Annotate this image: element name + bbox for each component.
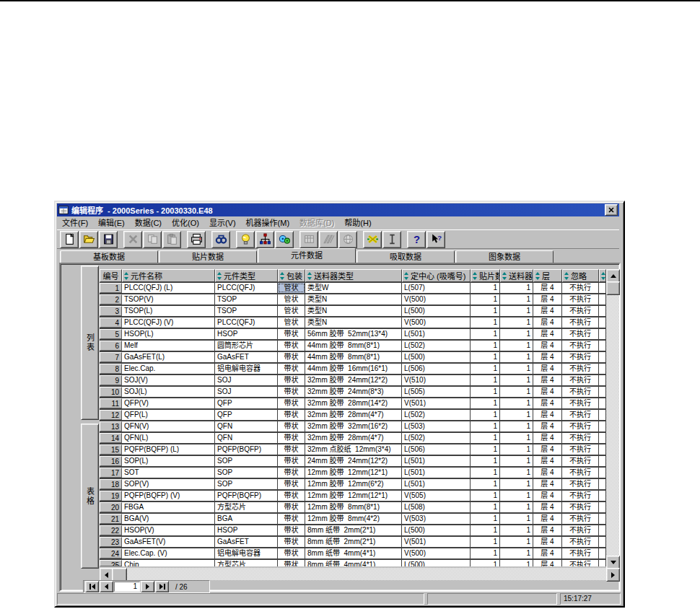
table-cell[interactable]: 不执行 (562, 294, 599, 304)
table-cell[interactable]: 12mm 胶带 12mm(12*1) (305, 468, 402, 478)
table-cell[interactable]: QFN(V) (122, 421, 215, 431)
table-cell[interactable]: 带状 (278, 375, 305, 385)
save-button[interactable] (99, 231, 118, 248)
table-cell[interactable]: L(502) (402, 433, 471, 443)
table-cell[interactable]: 类型N (305, 306, 402, 316)
table-cell[interactable]: 层 4 (533, 548, 562, 558)
row-number-cell[interactable]: 4 (100, 317, 122, 328)
table-cell[interactable]: SOJ (215, 387, 278, 397)
table-cell[interactable]: 1 (500, 387, 533, 397)
table-cell[interactable]: 1 (471, 387, 500, 397)
table-cell[interactable]: 管状 (278, 283, 305, 293)
table-cell[interactable]: 44mm 胶带 16mm(16*1) (305, 364, 402, 374)
table-cell[interactable]: 层 4 (533, 329, 562, 339)
table-cell[interactable] (599, 514, 606, 524)
table-cell[interactable]: 圆筒形芯片 (215, 341, 278, 351)
table-cell[interactable]: Melf (122, 341, 215, 351)
table-cell[interactable]: V(501) (402, 537, 471, 547)
table-cell[interactable]: L(500) (402, 560, 471, 566)
table-cell[interactable]: TSOP(L) (122, 306, 215, 316)
table-cell[interactable]: 1 (471, 375, 500, 385)
menu-item-1[interactable]: 编辑(E) (93, 217, 130, 229)
column-header-3[interactable]: 包装 (278, 269, 305, 282)
table-cell[interactable]: 12mm 胶带 12mm(6*2) (305, 479, 402, 489)
table-cell[interactable]: 1 (471, 525, 500, 535)
table-cell[interactable]: 层 4 (533, 433, 562, 443)
row-number-cell[interactable]: 2 (100, 294, 122, 304)
table-cell[interactable]: 1 (471, 456, 500, 466)
table-cell[interactable]: 1 (471, 491, 500, 501)
table-cell[interactable] (599, 317, 606, 328)
table-cell[interactable]: SOP (215, 468, 278, 478)
row-number-cell[interactable]: 24 (100, 548, 122, 558)
table-cell[interactable]: 层 4 (533, 560, 562, 566)
table-cell[interactable]: 带状 (278, 421, 305, 431)
column-header-2[interactable]: 元件类型 (215, 269, 278, 282)
table-cell[interactable]: 24mm 胶带 24mm(12*2) (305, 456, 402, 466)
tab-3[interactable]: 吸取数据 (356, 250, 455, 263)
row-number-cell[interactable]: 11 (100, 398, 122, 408)
table-cell[interactable]: 1 (500, 537, 533, 547)
table-cell[interactable]: 1 (471, 560, 500, 566)
table-cell[interactable]: SOP (215, 479, 278, 489)
table-cell[interactable]: QFN(L) (122, 433, 215, 443)
table-cell[interactable] (599, 329, 606, 339)
table-cell[interactable]: 32mm 点胶纸 12mm(3*4) (305, 444, 402, 455)
tab-1[interactable]: 贴片数据 (159, 250, 257, 263)
table-cell[interactable]: 1 (471, 306, 500, 316)
print-button[interactable] (187, 231, 206, 248)
table-cell[interactable]: 不执行 (562, 548, 599, 558)
table-cell[interactable]: 12mm 胶带 8mm(4*2) (305, 514, 402, 524)
new-document-button[interactable] (60, 231, 79, 248)
table-cell[interactable]: 层 4 (533, 317, 562, 328)
menu-item-5[interactable]: 机器操作(M) (241, 217, 295, 229)
table-cell[interactable]: 带状 (278, 444, 305, 455)
table-cell[interactable]: 1 (500, 491, 533, 501)
table-cell[interactable]: 带状 (278, 468, 305, 478)
column-header-4[interactable]: 送料器类型 (305, 269, 402, 282)
table-cell[interactable]: 1 (471, 341, 500, 351)
row-number-cell[interactable]: 9 (100, 375, 122, 385)
table-cell[interactable]: 1 (500, 514, 533, 524)
table-cell[interactable] (599, 352, 606, 362)
table-cell[interactable]: 8mm 纸带 2mm(2*1) (305, 537, 402, 547)
table-cell[interactable]: GaAsFET (215, 537, 278, 547)
table-cell[interactable]: 不执行 (562, 410, 599, 420)
table-cell[interactable]: 不执行 (562, 387, 599, 397)
table-cell[interactable]: SOJ(V) (122, 375, 215, 385)
table-cell[interactable]: 1 (471, 479, 500, 489)
table-cell[interactable] (599, 341, 606, 351)
vertical-scroll-track[interactable] (606, 281, 618, 556)
table-cell[interactable]: 带状 (278, 410, 305, 420)
table-cell[interactable]: SOP(L) (122, 456, 215, 466)
row-number-cell[interactable]: 25 (100, 560, 122, 566)
table-cell[interactable]: 56mm 胶带 52mm(13*4) (305, 329, 402, 339)
table-cell[interactable]: 1 (500, 317, 533, 328)
table-cell[interactable]: 带状 (278, 341, 305, 351)
table-cell[interactable]: 32mm 胶带 24mm(12*2) (305, 375, 402, 385)
table-cell[interactable]: V(500) (402, 317, 471, 328)
table-cell[interactable]: 1 (471, 537, 500, 547)
table-cell[interactable] (599, 525, 606, 535)
table-cell[interactable]: 1 (500, 294, 533, 304)
column-header-1[interactable]: 元件名称 (122, 269, 215, 282)
table-cell[interactable]: SOJ (215, 375, 278, 385)
table-cell[interactable]: 1 (471, 421, 500, 431)
table-cell[interactable]: 层 4 (533, 410, 562, 420)
table-cell[interactable]: 带状 (278, 329, 305, 339)
table-cell[interactable]: 层 4 (533, 537, 562, 547)
row-number-cell[interactable]: 12 (100, 410, 122, 420)
table-cell[interactable]: 1 (500, 410, 533, 420)
table-cell[interactable]: 带状 (278, 525, 305, 535)
table-cell[interactable] (599, 548, 606, 558)
table-cell[interactable]: 不执行 (562, 398, 599, 408)
side-tab-1[interactable]: 表格 (81, 424, 99, 569)
table-cell[interactable]: 不执行 (562, 341, 599, 351)
table-cell[interactable]: L(505) (402, 387, 471, 397)
table-cell[interactable]: 不执行 (562, 456, 599, 466)
table-cell[interactable]: 1 (471, 294, 500, 304)
table-cell[interactable]: L(506) (402, 444, 471, 455)
table-cell[interactable]: PLCC(QFJ) (L) (122, 283, 215, 293)
table-cell[interactable]: PLCC(QFJ) (215, 283, 278, 293)
table-cell[interactable]: 层 4 (533, 514, 562, 524)
